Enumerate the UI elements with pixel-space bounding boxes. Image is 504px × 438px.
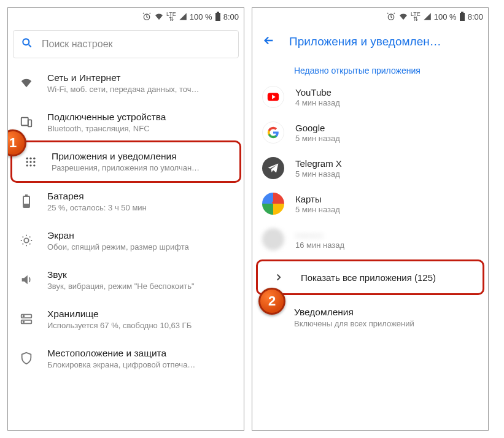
svg-point-27 bbox=[272, 202, 274, 204]
settings-row-network[interactable]: Сеть и ИнтернетWi-Fi, моб. сети, передач… bbox=[8, 63, 244, 102]
svg-point-12 bbox=[26, 164, 28, 166]
app-time: 5 мин назад bbox=[295, 134, 340, 143]
alarm-icon bbox=[386, 12, 396, 21]
battery-icon bbox=[459, 12, 465, 21]
app-row-maps[interactable]: Карты5 мин назад bbox=[252, 186, 488, 221]
settings-row-notifications[interactable]: УведомленияВключены для всех приложений bbox=[252, 298, 488, 337]
app-bar: Приложения и уведомлен… bbox=[252, 25, 488, 58]
app-time: 16 мин назад bbox=[295, 240, 344, 250]
phone-settings: 1 LTE⇅ 100 % 8:00 Сеть и ИнтернетWi-Fi, … bbox=[7, 7, 244, 431]
row-subtitle: Блокировка экрана, цифровой отпеча… bbox=[47, 360, 234, 369]
app-name: Telegram X bbox=[295, 158, 342, 169]
svg-point-21 bbox=[23, 316, 25, 317]
devices-icon bbox=[18, 115, 35, 129]
svg-point-3 bbox=[23, 39, 29, 45]
settings-list: Сеть и ИнтернетWi-Fi, моб. сети, передач… bbox=[8, 63, 244, 378]
wifi-icon bbox=[18, 76, 35, 90]
youtube-icon bbox=[262, 86, 284, 108]
battery-pct: 100 % bbox=[434, 12, 457, 21]
battery-pct: 100 % bbox=[190, 12, 212, 21]
row-title: Сеть и Интернет bbox=[47, 72, 234, 83]
telegram-icon bbox=[262, 157, 284, 179]
clock-text: 8:00 bbox=[223, 12, 239, 21]
svg-point-11 bbox=[33, 161, 35, 163]
volume-icon bbox=[18, 273, 35, 286]
row-title: Экран bbox=[47, 230, 234, 241]
row-title: Местоположение и защита bbox=[47, 348, 234, 359]
row-subtitle: Звук, вибрация, режим "Не беспокоить" bbox=[47, 282, 234, 291]
search-input[interactable] bbox=[42, 39, 231, 50]
row-title: Хранилище bbox=[47, 309, 234, 320]
row-subtitle: Включены для всех приложений bbox=[294, 319, 478, 328]
app-row-youtube[interactable]: YouTube4 мин назад bbox=[252, 79, 488, 115]
back-icon[interactable] bbox=[262, 34, 276, 50]
chevron-right-icon bbox=[268, 272, 290, 283]
row-title: Подключенные устройства bbox=[47, 112, 234, 123]
settings-row-security[interactable]: Местоположение и защитаБлокировка экрана… bbox=[8, 339, 244, 378]
apps-icon bbox=[22, 156, 39, 168]
row-subtitle: Обои, спящий режим, размер шрифта bbox=[47, 242, 234, 252]
phone-apps: 2 LTE⇅ 100 % 8:00 Приложения и уведомлен… bbox=[252, 7, 489, 431]
app-name: Google bbox=[295, 123, 340, 133]
app-name: YouTube bbox=[295, 87, 340, 98]
signal-icon bbox=[179, 12, 187, 21]
row-subtitle: Wi-Fi, моб. сети, передача данных, точ… bbox=[47, 85, 234, 94]
settings-row-storage[interactable]: ХранилищеИспользуется 67 %, свободно 10,… bbox=[8, 299, 244, 339]
page-title: Приложения и уведомлен… bbox=[289, 35, 441, 48]
app-row-google[interactable]: Google5 мин назад bbox=[252, 115, 488, 150]
svg-rect-25 bbox=[461, 12, 463, 13]
status-bar: LTE⇅ 100 % 8:00 bbox=[252, 8, 488, 25]
svg-point-10 bbox=[29, 161, 31, 163]
svg-point-7 bbox=[29, 157, 31, 159]
app-name: ——— bbox=[295, 229, 344, 240]
show-all-apps[interactable]: Показать все приложения (125) bbox=[256, 259, 484, 295]
app-time: 5 мин назад bbox=[295, 169, 342, 179]
battery-icon bbox=[18, 194, 35, 208]
app-name: Карты bbox=[295, 194, 340, 204]
row-subtitle: Bluetooth, трансляция, NFC bbox=[47, 124, 234, 133]
wifi-icon bbox=[398, 12, 408, 21]
svg-rect-4 bbox=[21, 118, 28, 126]
row-title: Батарея bbox=[47, 191, 234, 202]
settings-row-apps[interactable]: Приложения и уведомленияРазрешения, прил… bbox=[10, 140, 241, 183]
row-title: Уведомления bbox=[294, 307, 478, 318]
row-subtitle: Разрешения, приложения по умолчан… bbox=[52, 163, 230, 172]
show-all-label: Показать все приложения (125) bbox=[301, 272, 436, 283]
maps-icon bbox=[262, 193, 284, 215]
svg-rect-16 bbox=[23, 204, 29, 207]
settings-row-sound[interactable]: ЗвукЗвук, вибрация, режим "Не беспокоить… bbox=[8, 260, 244, 299]
svg-rect-24 bbox=[460, 13, 465, 21]
svg-rect-1 bbox=[215, 13, 220, 21]
svg-point-22 bbox=[23, 321, 25, 323]
svg-point-13 bbox=[29, 164, 31, 166]
settings-row-connected[interactable]: Подключенные устройстваBluetooth, трансл… bbox=[8, 102, 244, 142]
svg-point-6 bbox=[26, 157, 28, 159]
app-row-telegram[interactable]: Telegram X5 мин назад bbox=[252, 150, 488, 186]
annotation-badge-2: 2 bbox=[258, 288, 285, 315]
lte-icon: LTE⇅ bbox=[411, 12, 421, 21]
google-icon bbox=[262, 121, 284, 144]
svg-point-9 bbox=[26, 161, 28, 163]
lte-icon: LTE⇅ bbox=[166, 12, 176, 21]
brightness-icon bbox=[18, 234, 35, 247]
app-time: 4 мин назад bbox=[295, 98, 340, 107]
storage-icon bbox=[18, 312, 35, 326]
svg-point-18 bbox=[24, 238, 28, 242]
alarm-icon bbox=[142, 12, 152, 21]
blurred-app-icon bbox=[262, 228, 284, 250]
row-subtitle: Используется 67 %, свободно 10,63 ГБ bbox=[47, 321, 234, 330]
status-bar: LTE⇅ 100 % 8:00 bbox=[8, 8, 244, 25]
search-settings[interactable] bbox=[13, 30, 239, 58]
search-icon bbox=[21, 37, 33, 52]
shield-icon bbox=[18, 352, 35, 365]
section-recent-apps: Недавно открытые приложения bbox=[252, 58, 488, 79]
wifi-icon bbox=[154, 12, 164, 21]
app-row-blurred[interactable]: ———16 мин назад bbox=[252, 221, 488, 257]
svg-point-14 bbox=[33, 164, 35, 166]
app-time: 5 мин назад bbox=[295, 205, 340, 214]
battery-icon bbox=[215, 12, 221, 21]
svg-rect-2 bbox=[217, 12, 219, 13]
svg-point-8 bbox=[33, 157, 35, 159]
settings-row-battery[interactable]: Батарея25 %, осталось: 3 ч 50 мин bbox=[8, 182, 244, 221]
settings-row-display[interactable]: ЭкранОбои, спящий режим, размер шрифта bbox=[8, 221, 244, 260]
